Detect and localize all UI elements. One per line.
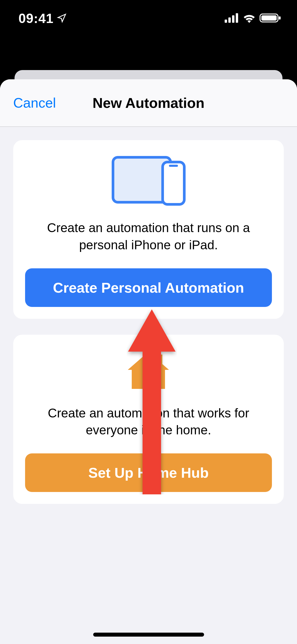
svg-rect-3 — [236, 13, 238, 23]
personal-automation-card: Create an automation that runs on a pers… — [13, 140, 284, 319]
svg-rect-9 — [169, 165, 178, 167]
status-time: 09:41 — [18, 11, 54, 26]
sheet-header: Cancel New Automation — [0, 79, 297, 127]
battery-icon — [260, 13, 281, 24]
home-automation-card: Create an automation that works for ever… — [13, 335, 284, 504]
svg-rect-0 — [225, 20, 227, 23]
sheet-body: Create an automation that runs on a pers… — [0, 127, 297, 533]
svg-rect-1 — [228, 17, 231, 23]
create-personal-automation-button[interactable]: Create Personal Automation — [25, 268, 272, 307]
status-bar-left: 09:41 — [13, 11, 67, 26]
personal-description: Create an automation that runs on a pers… — [25, 219, 272, 254]
home-icon — [25, 349, 272, 392]
svg-rect-6 — [279, 16, 281, 20]
modal-sheet: Cancel New Automation Create an automati… — [0, 79, 297, 644]
cellular-signal-icon — [225, 13, 239, 24]
svg-rect-2 — [232, 15, 234, 23]
home-description: Create an automation that works for ever… — [25, 405, 272, 439]
sheet-title: New Automation — [93, 95, 205, 111]
set-up-home-hub-button[interactable]: Set Up Home Hub — [25, 453, 272, 492]
svg-rect-8 — [163, 162, 184, 204]
devices-icon — [25, 155, 272, 206]
status-bar-right — [225, 13, 284, 24]
location-arrow-icon — [57, 11, 67, 26]
home-indicator[interactable] — [93, 633, 204, 637]
wifi-icon — [243, 13, 256, 24]
svg-rect-10 — [157, 355, 162, 364]
status-bar: 09:41 — [0, 0, 297, 37]
svg-rect-5 — [261, 15, 277, 21]
cancel-button[interactable]: Cancel — [13, 95, 56, 111]
